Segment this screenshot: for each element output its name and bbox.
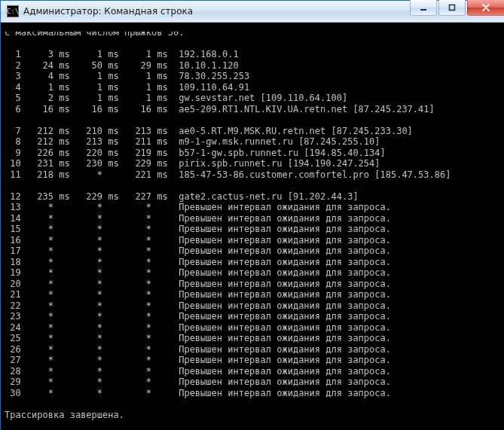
close-button[interactable] [467,0,504,16]
window-buttons [410,0,504,16]
minimize-icon [420,4,427,11]
cmd-icon-glyph: C:\ [7,8,19,15]
cmd-icon: C:\ [7,5,19,17]
maximize-button[interactable] [438,0,466,16]
close-icon [481,4,490,11]
svg-rect-1 [450,5,455,11]
title-bar[interactable]: C:\ Администратор: Командная строка [1,1,504,23]
svg-rect-0 [420,9,426,11]
minimize-button[interactable] [410,0,437,16]
maximize-icon [448,4,456,11]
console-output[interactable]: Microsoft Windows [Version 6.1.7601] (c)… [1,32,499,430]
cmd-window: C:\ Администратор: Командная строка Micr… [0,0,504,430]
